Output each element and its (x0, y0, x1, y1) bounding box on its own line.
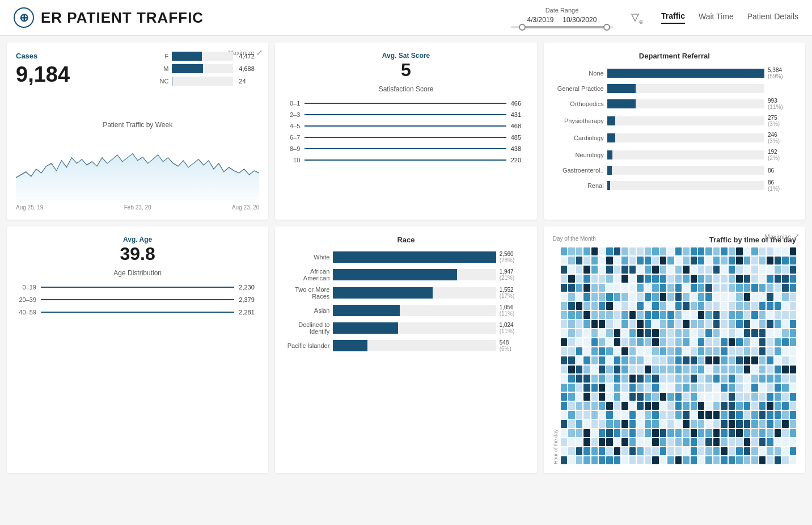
heatmap-cell (759, 402, 766, 410)
heatmap-cell (691, 356, 697, 364)
heatmap-cell (576, 284, 582, 292)
heatmap-cell (599, 284, 605, 292)
heatmap-cell (629, 320, 636, 328)
gender-bar-wrap (172, 77, 233, 86)
heatmap-cell (744, 257, 750, 264)
heatmap-cell (629, 411, 636, 419)
heatmap-card: Day of the Month Traffic by time of the … (544, 226, 805, 473)
heatmap-cell (606, 275, 612, 283)
heatmap-cell (744, 420, 750, 428)
heatmap-cell (713, 329, 720, 337)
tab-patient-details[interactable]: Patient Details (747, 12, 798, 23)
heatmap-cell (721, 393, 727, 401)
heatmap-cell (583, 329, 590, 337)
sat-bar-row: 10 220 (284, 157, 527, 163)
race-bar-fill (333, 251, 496, 263)
heatmap-cell (561, 447, 567, 455)
heatmap-cell (790, 447, 796, 455)
heatmap-cell (561, 311, 567, 319)
maximize-heatmap-button[interactable]: Maximize ⤢ (765, 232, 800, 241)
heatmap-cell (698, 293, 704, 301)
heatmap-cell (691, 247, 697, 255)
heatmap-cell (621, 384, 628, 392)
heatmap-cell (705, 347, 712, 355)
heatmap-cell (683, 429, 689, 437)
dept-label: Physiotherapy (553, 117, 604, 124)
heatmap-cell (744, 311, 750, 319)
heatmap-cell (621, 284, 628, 292)
heatmap-cell (698, 438, 704, 446)
heatmap-cell (660, 247, 666, 255)
race-bar-row: African American 1,947(21%) (284, 268, 527, 282)
heatmap-cell (767, 320, 773, 328)
sat-label: 0–1 (284, 100, 300, 107)
tab-wait-time[interactable]: Wait Time (699, 12, 734, 23)
heatmap-cell (790, 329, 796, 337)
heatmap-cell (767, 420, 773, 428)
heatmap-cell (652, 456, 658, 464)
heatmap-cell (683, 438, 689, 446)
race-label: Declined to Identify (284, 321, 329, 335)
heatmap-cell (576, 329, 582, 337)
heatmap-cell (775, 456, 781, 464)
heatmap-cell (790, 366, 796, 373)
heatmap-cell (736, 393, 742, 401)
heatmap-cell (645, 393, 651, 401)
race-value: 1,947(21%) (500, 268, 528, 281)
heatmap-cell (790, 257, 796, 264)
race-value: 548(6%) (500, 339, 528, 352)
heatmap-cell (713, 375, 720, 383)
heatmap-cell (790, 429, 796, 437)
heatmap-cell (583, 384, 590, 392)
heatmap-cell (705, 257, 712, 264)
heatmap-cell (645, 302, 651, 310)
date-slider[interactable] (511, 26, 613, 28)
heatmap-cell (561, 247, 567, 255)
heatmap-cell (721, 456, 727, 464)
heatmap-cell (683, 402, 689, 410)
heatmap-cell (621, 393, 628, 401)
heatmap-cell (561, 302, 567, 310)
heatmap-cell (667, 356, 674, 364)
heatmap-cell (583, 338, 590, 346)
heatmap-cell (637, 375, 643, 383)
heatmap-cell (667, 347, 674, 355)
heatmap-cell (660, 375, 666, 383)
heatmap-cell (675, 366, 682, 373)
heatmap-cell (775, 393, 781, 401)
heatmap-cell (698, 411, 704, 419)
heatmap-cell (637, 347, 643, 355)
heatmap-cell (775, 266, 781, 274)
heatmap-cell (751, 275, 758, 283)
heatmap-cell (705, 375, 712, 383)
race-value: 2,560(28%) (500, 251, 528, 263)
heatmap-cell (621, 275, 628, 283)
heatmap-cell (614, 311, 620, 319)
heatmap-cell (675, 447, 682, 455)
heatmap-cell (721, 366, 727, 373)
heatmap-cell (705, 311, 712, 319)
dept-bar-row: Orthopedics 993(11%) (553, 98, 796, 110)
race-bar-wrap (333, 340, 496, 351)
heatmap-cell (599, 356, 605, 364)
filter-icon[interactable]: ▽◎ (631, 11, 643, 24)
heatmap-cell (667, 247, 674, 255)
heatmap-cell (759, 420, 766, 428)
gender-value: 24 (239, 78, 259, 85)
heatmap-cell (744, 456, 750, 464)
heatmap-cell (583, 293, 590, 301)
heatmap-cell (736, 456, 742, 464)
heatmap-cell (652, 375, 658, 383)
heatmap-cell (675, 456, 682, 464)
heatmap-cell (652, 429, 658, 437)
heatmap-cell (683, 375, 689, 383)
heatmap-cell (691, 375, 697, 383)
dept-bar-fill (607, 181, 611, 190)
heatmap-cell (790, 311, 796, 319)
heatmap-cell (759, 329, 766, 337)
heatmap-grid (561, 247, 796, 464)
tab-traffic[interactable]: Traffic (661, 11, 685, 24)
sat-chart-label: Satisfaction Score (284, 85, 527, 93)
heatmap-cell (683, 393, 689, 401)
heatmap-cell (759, 411, 766, 419)
